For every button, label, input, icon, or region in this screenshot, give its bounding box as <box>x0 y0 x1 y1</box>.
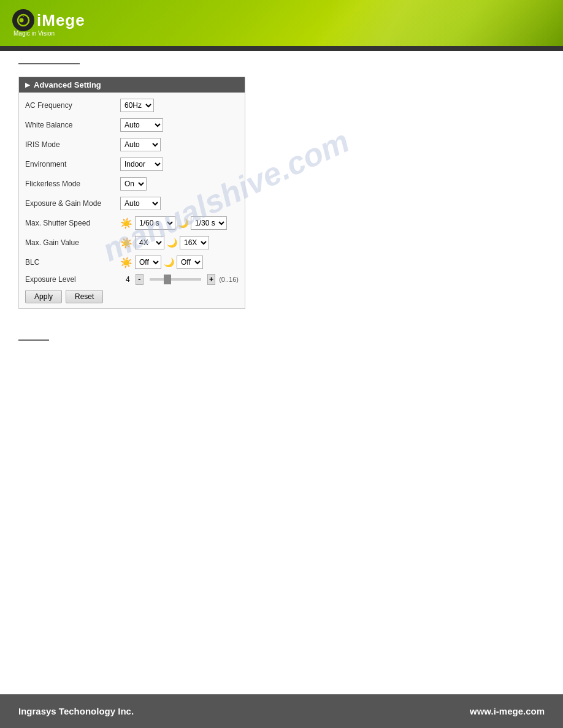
max-gain-control: ☀️ 4X 1X 2X 8X 16X 🌙 16X 1X 2X <box>120 236 209 249</box>
reset-button[interactable]: Reset <box>66 290 103 303</box>
settings-panel: ▶ Advanced Setting AC Frequency 60Hz 50H… <box>18 77 245 309</box>
button-row: Apply Reset <box>25 290 239 303</box>
blc-control: ☀️ Off On 🌙 Off On <box>120 256 203 269</box>
footer: Ingrasys Techonology Inc. www.i-mege.com <box>0 694 563 728</box>
exposure-gain-mode-label: Exposure & Gain Mode <box>25 199 120 208</box>
footer-website: www.i-mege.com <box>470 706 545 716</box>
logo-text: iMege <box>37 11 85 30</box>
exposure-decrease-button[interactable]: - <box>136 274 144 285</box>
exposure-increase-button[interactable]: + <box>207 274 215 285</box>
max-shutter-control: ☀️ 1/60 s 1/30 s 1/100 s 1/120 s 🌙 1/30 … <box>120 216 227 230</box>
exposure-range-label: (0..16) <box>219 276 239 283</box>
ac-frequency-row: AC Frequency 60Hz 50Hz <box>25 97 239 113</box>
header: iMege Magic in Vision <box>0 0 563 46</box>
bottom-nav-line <box>18 339 49 341</box>
environment-select[interactable]: Indoor Outdoor <box>120 157 163 171</box>
exposure-gain-mode-row: Exposure & Gain Mode Auto Manual <box>25 195 239 211</box>
max-gain-label: Max. Gain Value <box>25 238 120 247</box>
sun-icon: ☀️ <box>120 218 132 229</box>
logo-container: iMege Magic in Vision <box>12 9 85 37</box>
header-bar <box>0 46 563 51</box>
moon-icon: 🌙 <box>178 218 188 228</box>
panel-title: Advanced Setting <box>34 80 101 89</box>
blc-row: BLC ☀️ Off On 🌙 Off On <box>25 254 239 270</box>
flickerless-row: Flickerless Mode On Off <box>25 176 239 192</box>
moon-icon-3: 🌙 <box>164 257 174 267</box>
logo-icon <box>12 9 34 31</box>
sun-icon-3: ☀️ <box>120 257 132 268</box>
main-wrapper: manualshive.com ▶ Advanced Setting AC Fr… <box>0 51 563 694</box>
white-balance-select[interactable]: Auto Manual Indoor Outdoor <box>120 118 163 132</box>
max-shutter-night-select[interactable]: 1/30 s 1/15 s 1/60 s <box>191 216 227 230</box>
max-gain-night-select[interactable]: 16X 1X 2X 4X 8X 32X <box>180 236 209 249</box>
flickerless-control: On Off <box>120 177 147 191</box>
moon-icon-2: 🌙 <box>167 238 177 248</box>
blc-label: BLC <box>25 258 120 267</box>
exposure-level-label: Exposure Level <box>25 275 120 284</box>
blc-day-select[interactable]: Off On <box>135 256 161 269</box>
panel-arrow-icon: ▶ <box>25 82 30 88</box>
environment-label: Environment <box>25 160 120 169</box>
max-shutter-day-select[interactable]: 1/60 s 1/30 s 1/100 s 1/120 s <box>135 216 175 230</box>
ac-frequency-select[interactable]: 60Hz 50Hz <box>120 99 154 112</box>
iris-mode-row: IRIS Mode Auto Manual <box>25 137 239 153</box>
ac-frequency-label: AC Frequency <box>25 101 120 110</box>
white-balance-row: White Balance Auto Manual Indoor Outdoor <box>25 117 239 133</box>
max-gain-row: Max. Gain Value ☀️ 4X 1X 2X 8X 16X 🌙 16X <box>25 235 239 251</box>
apply-button[interactable]: Apply <box>25 290 62 303</box>
max-gain-day-select[interactable]: 4X 1X 2X 8X 16X <box>135 236 164 249</box>
environment-row: Environment Indoor Outdoor <box>25 156 239 172</box>
max-shutter-label: Max. Shutter Speed <box>25 219 120 227</box>
white-balance-label: White Balance <box>25 121 120 129</box>
white-balance-control: Auto Manual Indoor Outdoor <box>120 118 163 132</box>
exposure-slider-thumb[interactable] <box>164 275 171 284</box>
logo-tagline: Magic in Vision <box>13 30 55 37</box>
exposure-gain-mode-control: Auto Manual <box>120 197 161 210</box>
exposure-gain-mode-select[interactable]: Auto Manual <box>120 197 161 210</box>
exposure-level-value: 4 <box>124 275 132 284</box>
flickerless-select[interactable]: On Off <box>120 177 147 191</box>
max-shutter-row: Max. Shutter Speed ☀️ 1/60 s 1/30 s 1/10… <box>25 215 239 231</box>
logo: iMege <box>12 9 85 31</box>
panel-body: AC Frequency 60Hz 50Hz White Balance Aut… <box>19 93 245 308</box>
svg-point-1 <box>20 18 24 23</box>
nav-line <box>18 63 80 64</box>
environment-control: Indoor Outdoor <box>120 157 163 171</box>
iris-mode-label: IRIS Mode <box>25 140 120 149</box>
iris-mode-control: Auto Manual <box>120 138 161 151</box>
flickerless-label: Flickerless Mode <box>25 180 120 188</box>
exposure-slider[interactable] <box>150 278 201 281</box>
panel-header: ▶ Advanced Setting <box>19 77 245 93</box>
content-area: ▶ Advanced Setting AC Frequency 60Hz 50H… <box>0 51 563 321</box>
sun-icon-2: ☀️ <box>120 237 132 249</box>
exposure-level-row: Exposure Level 4 - + (0..16) <box>25 274 239 285</box>
footer-company: Ingrasys Techonology Inc. <box>18 706 134 716</box>
iris-mode-select[interactable]: Auto Manual <box>120 138 161 151</box>
ac-frequency-control: 60Hz 50Hz <box>120 99 154 112</box>
blc-night-select[interactable]: Off On <box>177 256 203 269</box>
